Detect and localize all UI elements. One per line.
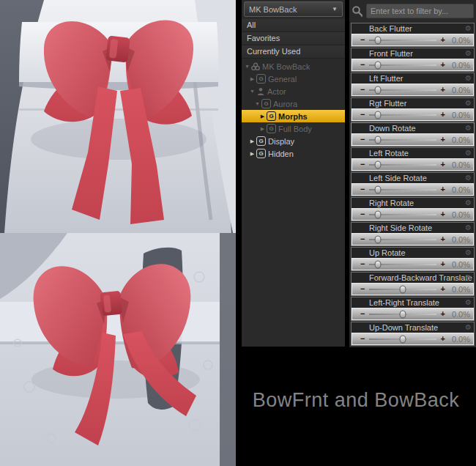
slider-thumb[interactable] xyxy=(375,111,382,119)
expand-arrow-icon[interactable]: ▼ xyxy=(254,101,261,106)
morph-slider-block: Down Rotate ⚙ − + 0.0% xyxy=(351,122,475,147)
slider-thumb[interactable] xyxy=(375,136,382,144)
expand-arrow-icon[interactable]: ▶ xyxy=(249,138,256,144)
slider-thumb[interactable] xyxy=(375,160,382,169)
slider-track[interactable] xyxy=(369,133,436,146)
slider-control[interactable]: − + 0.0% xyxy=(352,308,474,320)
slider-value: 0.0% xyxy=(445,335,470,344)
slider-track[interactable] xyxy=(369,308,436,320)
expand-arrow-icon[interactable]: ▶ xyxy=(249,151,256,157)
slider-thumb[interactable] xyxy=(375,86,382,94)
slider-thumb[interactable] xyxy=(375,36,382,44)
slider-track[interactable] xyxy=(369,34,436,46)
slider-track[interactable] xyxy=(369,158,436,171)
gear-icon[interactable]: ⚙ xyxy=(465,174,472,182)
decrement-button[interactable]: − xyxy=(360,86,365,94)
gear-icon[interactable]: ⚙ xyxy=(465,323,472,332)
gear-icon[interactable]: ⚙ xyxy=(465,298,472,307)
navigator-filter-list: All Favorites Currently Used xyxy=(242,19,345,59)
tree-item[interactable]: ▼ G Aurora xyxy=(242,97,345,110)
navigator-filter-item[interactable]: All xyxy=(242,19,345,32)
group-icon: G xyxy=(256,136,266,146)
expand-arrow-icon[interactable]: ▶ xyxy=(259,114,266,119)
tree-item[interactable]: ▶ G Morphs xyxy=(242,110,345,122)
slider-control[interactable]: − + 0.0% xyxy=(352,108,474,121)
slider-thumb[interactable] xyxy=(400,285,406,293)
expand-arrow-icon[interactable]: ▼ xyxy=(249,89,256,94)
decrement-button[interactable]: − xyxy=(360,260,365,268)
slider-track[interactable] xyxy=(369,283,436,295)
decrement-button[interactable]: − xyxy=(360,235,365,243)
decrement-button[interactable]: − xyxy=(360,136,365,144)
gear-icon[interactable]: ⚙ xyxy=(465,199,472,207)
gear-icon[interactable]: ⚙ xyxy=(465,273,472,282)
slider-thumb[interactable] xyxy=(375,235,382,243)
expand-arrow-icon[interactable]: ▶ xyxy=(259,126,266,132)
slider-control[interactable]: − + 0.0% xyxy=(352,84,474,96)
tree-item[interactable]: ▼ MK BowBack xyxy=(242,60,345,73)
gear-icon[interactable]: ⚙ xyxy=(465,24,472,33)
slider-thumb[interactable] xyxy=(375,61,382,69)
gear-icon[interactable]: ⚙ xyxy=(465,248,472,257)
slider-track[interactable] xyxy=(369,59,436,71)
group-icon: G xyxy=(267,111,276,121)
decrement-button[interactable]: − xyxy=(360,61,365,69)
navigator-filter-item[interactable]: Currently Used xyxy=(242,45,345,59)
tree-item[interactable]: ▶ G Full Body xyxy=(242,122,345,135)
slider-thumb[interactable] xyxy=(400,335,406,343)
filter-input[interactable] xyxy=(366,4,474,18)
navigator-filter-item[interactable]: Favorites xyxy=(242,32,345,45)
slider-thumb[interactable] xyxy=(375,185,382,193)
decrement-button[interactable]: − xyxy=(360,111,365,119)
decrement-button[interactable]: − xyxy=(360,210,365,218)
slider-track[interactable] xyxy=(369,333,436,345)
tree-item[interactable]: ▶ G General xyxy=(242,73,345,85)
slider-value: 0.0% xyxy=(445,136,470,144)
slider-value: 0.0% xyxy=(445,185,470,194)
slider-label: Front Flutter xyxy=(369,50,413,58)
slider-control[interactable]: − + 0.0% xyxy=(352,133,474,146)
decrement-button[interactable]: − xyxy=(360,285,365,293)
slider-control[interactable]: − + 0.0% xyxy=(352,283,474,295)
expand-arrow-icon[interactable]: ▶ xyxy=(249,76,256,82)
gear-icon[interactable]: ⚙ xyxy=(465,223,472,232)
gear-icon[interactable]: ⚙ xyxy=(465,149,472,158)
slider-control[interactable]: − + 0.0% xyxy=(352,34,474,46)
decrement-button[interactable]: − xyxy=(360,335,365,343)
decrement-button[interactable]: − xyxy=(360,310,365,318)
preset-dropdown[interactable]: MK BowBack ▼ xyxy=(244,1,343,17)
gear-icon[interactable]: ⚙ xyxy=(465,49,472,58)
gear-icon[interactable]: ⚙ xyxy=(465,99,472,108)
group-icon: G xyxy=(256,149,266,158)
decrement-button[interactable]: − xyxy=(360,185,365,193)
morph-slider-block: Up-Down Translate ⚙ − + 0.0% xyxy=(351,322,475,346)
gear-icon[interactable]: ⚙ xyxy=(465,124,472,133)
decrement-button[interactable]: − xyxy=(360,160,365,169)
slider-track[interactable] xyxy=(369,233,436,245)
render-image-top xyxy=(0,0,236,233)
slider-track[interactable] xyxy=(369,208,436,221)
tree-item[interactable]: ▶ G Hidden xyxy=(242,147,345,160)
slider-track[interactable] xyxy=(369,258,436,270)
slider-thumb[interactable] xyxy=(375,260,382,268)
slider-control[interactable]: − + 0.0% xyxy=(352,59,474,71)
slider-thumb[interactable] xyxy=(375,210,382,218)
slider-track[interactable] xyxy=(369,183,436,196)
slider-control[interactable]: − + 0.0% xyxy=(352,333,474,345)
slider-control[interactable]: − + 0.0% xyxy=(352,183,474,196)
slider-control[interactable]: − + 0.0% xyxy=(352,233,474,245)
gear-icon[interactable]: ⚙ xyxy=(465,74,472,83)
slider-control[interactable]: − + 0.0% xyxy=(352,208,474,221)
slider-thumb[interactable] xyxy=(400,310,406,318)
expand-arrow-icon[interactable]: ▼ xyxy=(244,64,250,69)
slider-control[interactable]: − + 0.0% xyxy=(352,258,474,270)
tree-item[interactable]: ▼ Actor xyxy=(242,85,345,97)
slider-track[interactable] xyxy=(369,84,436,96)
slider-track[interactable] xyxy=(369,108,436,121)
slider-label: Left-Right Translate xyxy=(369,299,439,307)
slider-control[interactable]: − + 0.0% xyxy=(352,158,474,171)
decrement-button[interactable]: − xyxy=(360,36,365,44)
tree-item[interactable]: ▶ G Display xyxy=(242,135,345,147)
morph-slider-block: Left Rotate ⚙ − + 0.0% xyxy=(351,147,475,171)
search-icon[interactable] xyxy=(352,5,364,18)
